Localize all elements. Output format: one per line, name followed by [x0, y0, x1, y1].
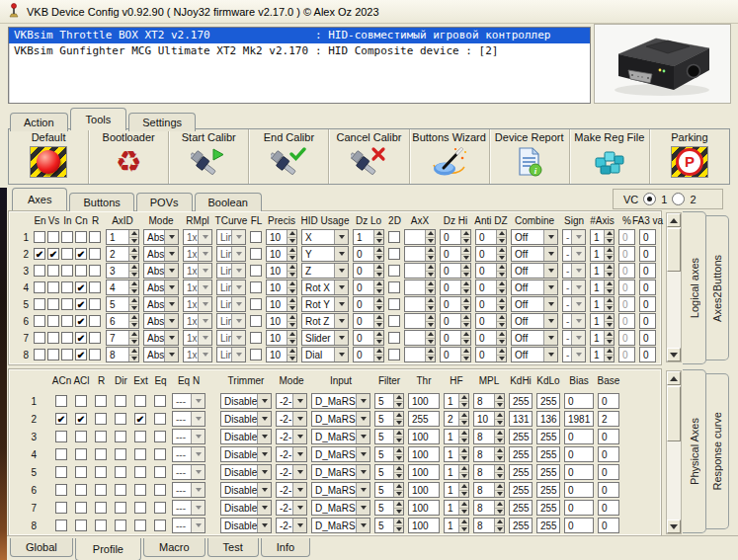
physical-row4-eqn-arrow[interactable]	[191, 447, 205, 461]
logical-row4-precis-up[interactable]	[287, 280, 296, 288]
logical-row8-d2-checkbox[interactable]	[388, 349, 400, 360]
physical-row2-mpl-up[interactable]	[495, 412, 504, 420]
logical-row1-precis-down[interactable]	[287, 238, 296, 245]
logical-row4-dzhi[interactable]: 0	[440, 280, 471, 295]
logical-row3-in-checkbox[interactable]	[61, 265, 73, 277]
logical-row1-usage[interactable]: X	[301, 229, 349, 245]
logical-row4-dzlo-up[interactable]	[374, 280, 383, 288]
logical-row8-tcurve[interactable]: Lin	[216, 347, 246, 362]
logical-row6-axid[interactable]: 6	[106, 313, 139, 329]
logical-row7-usage[interactable]: Slider	[301, 330, 349, 346]
physical-row5-input-arrow[interactable]	[356, 465, 369, 479]
physical-row8-filter[interactable]: 5	[374, 518, 404, 533]
side-tab-axes2buttons[interactable]: Axes2Buttons	[706, 215, 729, 360]
logical-row2-sign-arrow[interactable]	[571, 247, 585, 261]
logical-row8-dzlo-down[interactable]	[374, 356, 383, 362]
logical-row2-precis-down[interactable]	[287, 255, 296, 262]
physical-row6-r-checkbox[interactable]	[95, 484, 107, 496]
logical-row2-mode-arrow[interactable]	[164, 247, 178, 261]
physical-row3-acl-checkbox[interactable]	[75, 431, 87, 442]
logical-row5-sign[interactable]: -	[562, 296, 586, 312]
physical-row6-acn-checkbox[interactable]	[55, 484, 67, 496]
logical-row3-cn-checkbox[interactable]	[75, 265, 87, 277]
logical-row2-en-checkbox[interactable]: ✔	[34, 248, 45, 260]
logical-row3-sign[interactable]: -	[562, 263, 586, 279]
logical-row1-mode[interactable]: Abs	[143, 229, 179, 245]
logical-row3-dzhi-down[interactable]	[461, 272, 470, 279]
logical-row4-r-checkbox[interactable]	[89, 281, 101, 293]
logical-row4-en-checkbox[interactable]	[34, 281, 45, 293]
physical-row2-kdhi[interactable]: 131	[509, 411, 533, 427]
physical-row4-trimmer-arrow[interactable]	[257, 447, 271, 461]
logical-row2-in-checkbox[interactable]	[61, 248, 73, 260]
logical-row6-naxis[interactable]: 1	[590, 313, 615, 329]
physical-row3-hf-up[interactable]	[459, 430, 468, 438]
logical-row4-mode[interactable]: Abs	[143, 280, 179, 295]
physical-row1-trimmer[interactable]: Disable	[220, 393, 272, 409]
logical-row7-dzlo[interactable]: 0	[353, 330, 384, 346]
logical-row5-axx[interactable]	[404, 296, 436, 312]
logical-row7-mode[interactable]: Abs	[143, 330, 179, 346]
logical-row5-pct[interactable]: 0	[618, 296, 635, 312]
logical-row7-usage-arrow[interactable]	[334, 331, 348, 345]
logical-row2-axx-down[interactable]	[426, 255, 435, 262]
logical-row2-rmpl-arrow[interactable]	[198, 247, 211, 261]
logical-row3-mode-arrow[interactable]	[164, 264, 178, 278]
logical-row4-naxis[interactable]: 1	[590, 280, 615, 295]
side-tab-response-curve[interactable]: Response curve	[706, 373, 729, 529]
logical-row2-dzhi-down[interactable]	[461, 255, 470, 262]
physical-row8-dir-checkbox[interactable]	[115, 520, 126, 531]
logical-row7-axid-up[interactable]	[129, 331, 138, 339]
logical-row6-dzhi-up[interactable]	[461, 314, 470, 322]
physical-row1-ext-checkbox[interactable]	[134, 395, 146, 407]
physical-row4-input-arrow[interactable]	[356, 447, 369, 461]
logical-row1-axid[interactable]: 1	[106, 229, 139, 245]
logical-row2-usage[interactable]: Y	[301, 246, 349, 262]
physical-row4-eq-checkbox[interactable]	[154, 448, 166, 460]
logical-row6-dzlo-down[interactable]	[374, 322, 383, 329]
logical-row2-mode[interactable]: Abs	[143, 246, 179, 262]
logical-row1-rmpl-arrow[interactable]	[198, 230, 211, 244]
logical-row6-tcurve-arrow[interactable]	[231, 314, 245, 328]
logical-row8-dzhi[interactable]: 0	[440, 347, 471, 362]
physical-row5-hf-up[interactable]	[459, 465, 468, 473]
logical-row1-precis-up[interactable]	[287, 230, 296, 238]
physical-row1-mode-arrow[interactable]	[292, 394, 306, 408]
physical-row8-mpl-down[interactable]	[495, 526, 504, 533]
logical-row1-axid-up[interactable]	[129, 230, 138, 238]
physical-row7-filter-up[interactable]	[394, 501, 403, 509]
physical-row7-hf-down[interactable]	[459, 509, 468, 516]
logical-row8-axid[interactable]: 8	[106, 347, 139, 362]
logical-row8-rmpl[interactable]: 1x	[183, 347, 212, 362]
physical-row2-eqn-arrow[interactable]	[191, 412, 205, 426]
physical-row1-dir-checkbox[interactable]	[115, 395, 126, 407]
physical-row8-r-checkbox[interactable]	[95, 520, 107, 531]
logical-row3-tcurve[interactable]: Lin	[216, 263, 246, 279]
logical-row8-axx-up[interactable]	[426, 348, 435, 356]
logical-row4-naxis-up[interactable]	[605, 280, 614, 288]
logical-row1-sign[interactable]: -	[562, 229, 586, 245]
physical-row8-hf[interactable]: 1	[444, 518, 469, 533]
logical-row8-r-checkbox[interactable]	[89, 349, 101, 360]
physical-row4-hf-up[interactable]	[459, 447, 468, 455]
logical-row6-mode-arrow[interactable]	[164, 314, 178, 328]
physical-row3-eqn[interactable]: ---	[172, 429, 205, 444]
logical-row3-r-checkbox[interactable]	[89, 265, 101, 277]
physical-row1-mpl[interactable]: 8	[473, 393, 505, 409]
physical-row1-mode[interactable]: -2-	[276, 393, 307, 409]
physical-row1-hf[interactable]: 1	[444, 393, 469, 409]
logical-row5-dzhi[interactable]: 0	[440, 296, 471, 312]
logical-row5-tcurve-arrow[interactable]	[231, 297, 245, 311]
logical-row3-fa3[interactable]: 0	[639, 263, 656, 279]
logical-row6-rmpl-arrow[interactable]	[198, 314, 211, 328]
physical-row8-input[interactable]: D_MaRS	[311, 518, 370, 533]
logical-row3-axid[interactable]: 3	[106, 263, 139, 279]
logical-row8-rmpl-arrow[interactable]	[198, 348, 211, 361]
logical-row8-vs-checkbox[interactable]	[47, 349, 59, 360]
logical-row5-mode-arrow[interactable]	[164, 297, 178, 311]
vc-radio-2[interactable]	[672, 193, 685, 205]
physical-row2-hf-up[interactable]	[459, 412, 468, 420]
logical-row2-dzhi[interactable]: 0	[440, 246, 471, 262]
logical-row3-dzhi-up[interactable]	[461, 264, 470, 272]
logical-row7-axx-down[interactable]	[426, 339, 435, 346]
